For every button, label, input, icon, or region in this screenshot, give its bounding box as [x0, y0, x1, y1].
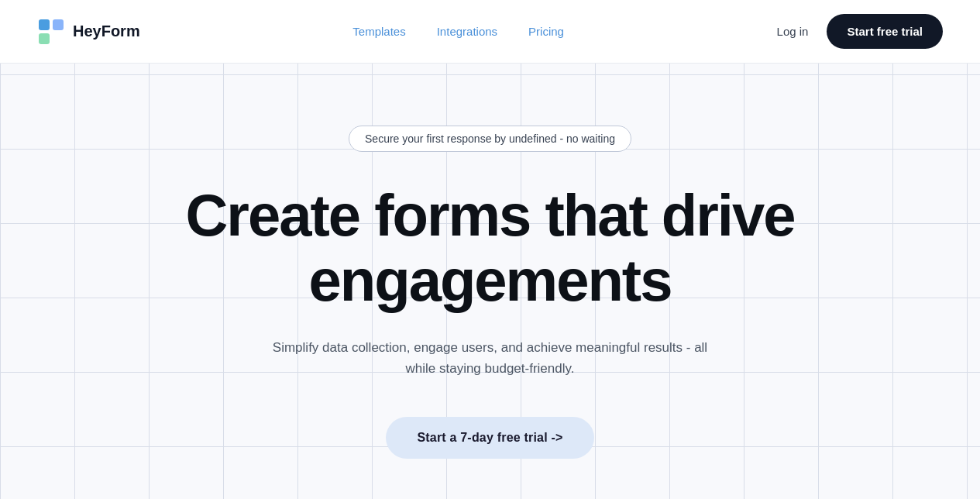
- start-free-trial-button[interactable]: Start free trial: [827, 14, 943, 49]
- hero-title-line1: Create forms that drive: [185, 182, 794, 248]
- logo-area[interactable]: HeyForm: [37, 18, 140, 46]
- hero-title: Create forms that drive engagements: [185, 183, 794, 312]
- nav-item-templates[interactable]: Templates: [352, 25, 405, 38]
- badge-text: Secure your first response by undefined …: [365, 132, 615, 145]
- nav-item-pricing[interactable]: Pricing: [528, 25, 564, 38]
- hero-subtitle: Simplify data collection, engage users, …: [258, 337, 723, 379]
- svg-rect-1: [53, 19, 64, 30]
- login-link[interactable]: Log in: [777, 25, 809, 38]
- svg-rect-0: [39, 19, 50, 30]
- main-nav: Templates Integrations Pricing: [352, 25, 564, 38]
- header: HeyForm Templates Integrations Pricing L…: [0, 0, 980, 64]
- svg-rect-2: [39, 33, 50, 44]
- brand-name: HeyForm: [73, 22, 140, 40]
- hero-section: Secure your first response by undefined …: [0, 64, 980, 499]
- nav-item-integrations[interactable]: Integrations: [437, 25, 497, 38]
- hero-cta-button[interactable]: Start a 7-day free trial ->: [386, 417, 593, 459]
- hero-title-line2: engagements: [309, 247, 672, 313]
- header-actions: Log in Start free trial: [777, 14, 943, 49]
- hero-badge: Secure your first response by undefined …: [349, 126, 631, 152]
- heyform-logo-icon: [37, 18, 65, 46]
